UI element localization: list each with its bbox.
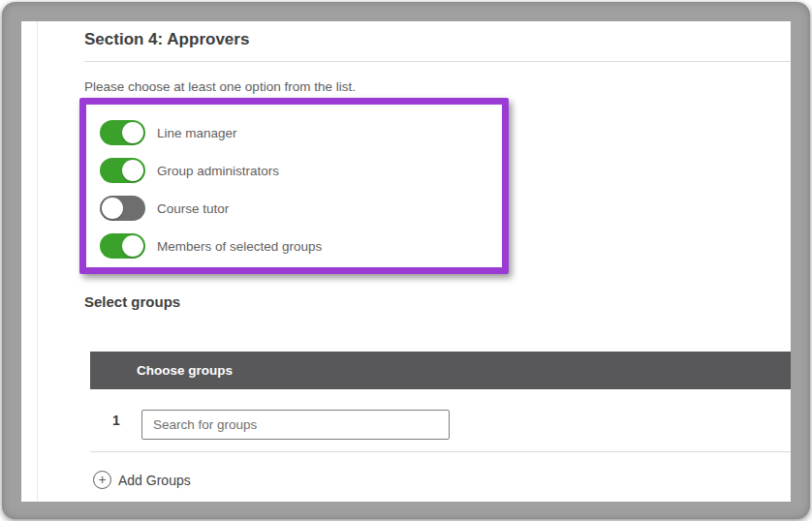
toggle-knob xyxy=(122,122,143,143)
add-groups-button[interactable]: + Add Groups xyxy=(93,471,191,489)
toggle-row-line-manager: Line manager xyxy=(100,120,502,145)
table-header: Choose groups xyxy=(90,352,791,389)
toggle-knob xyxy=(122,235,143,257)
approvers-highlight-box: Line manager Group administrators Course… xyxy=(79,98,509,274)
toggle-row-group-administrators: Group administrators xyxy=(100,158,502,183)
toggle-label: Line manager xyxy=(157,126,237,140)
section-title: Section 4: Approvers xyxy=(84,30,249,49)
add-groups-label: Add Groups xyxy=(118,473,191,488)
group-search-input[interactable] xyxy=(141,410,450,440)
select-groups-heading: Select groups xyxy=(84,293,180,310)
toggle-group-administrators[interactable] xyxy=(100,158,145,183)
toggle-knob xyxy=(122,160,143,181)
table-row: 1 xyxy=(90,389,791,452)
section-divider xyxy=(84,61,791,62)
toggle-knob xyxy=(102,198,123,219)
toggle-label: Course tutor xyxy=(157,201,229,216)
toggle-row-members-of-selected-groups: Members of selected groups xyxy=(100,233,502,259)
circle-plus-icon: + xyxy=(93,471,111,489)
page-content: Section 4: Approvers Please choose at le… xyxy=(21,21,791,502)
content-left-border xyxy=(37,21,38,502)
toggle-label: Group administrators xyxy=(157,164,279,178)
toggle-label: Members of selected groups xyxy=(157,239,322,254)
instruction-text: Please choose at least one option from t… xyxy=(84,79,356,94)
choose-groups-table: Choose groups 1 xyxy=(90,352,791,452)
toggle-line-manager[interactable] xyxy=(100,120,145,145)
toggle-members-of-selected-groups[interactable] xyxy=(100,233,145,259)
toggle-row-course-tutor: Course tutor xyxy=(100,196,502,221)
table-header-label: Choose groups xyxy=(90,363,233,378)
row-index: 1 xyxy=(90,389,142,451)
toggle-course-tutor[interactable] xyxy=(100,196,145,221)
